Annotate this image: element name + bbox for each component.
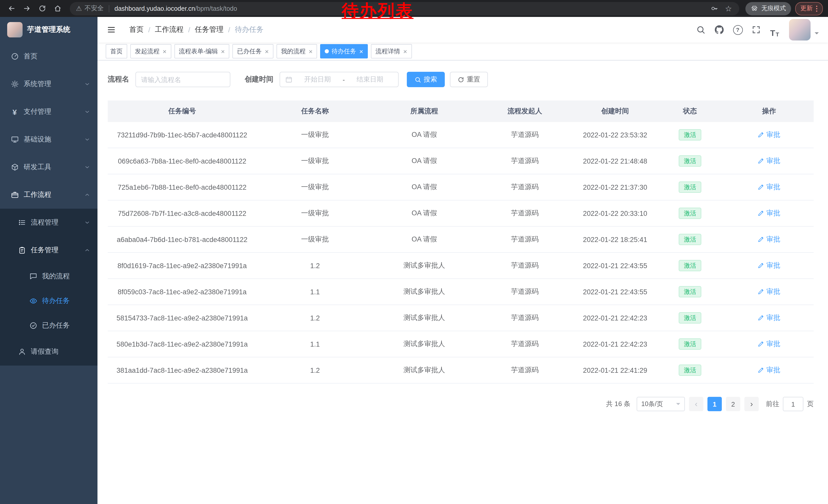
- workflow-submenu: 流程管理 任务管理 我的流程 待办任务: [0, 209, 97, 366]
- close-icon[interactable]: ×: [359, 48, 363, 55]
- created-cell: 2022-01-21 22:43:55: [575, 279, 656, 305]
- created-cell: 2022-01-22 18:25:41: [575, 226, 656, 253]
- sidebar-item-my-process[interactable]: 我的流程: [0, 264, 97, 289]
- tab-my-process[interactable]: 我的流程×: [277, 44, 317, 58]
- tab-start-process[interactable]: 发起流程×: [130, 44, 171, 58]
- browser-home-button[interactable]: [51, 2, 64, 15]
- sidebar-item-infrastructure[interactable]: 基础设施: [0, 126, 97, 153]
- prev-page-button[interactable]: ‹: [689, 397, 703, 411]
- close-icon[interactable]: ×: [309, 48, 313, 55]
- approve-link[interactable]: 审批: [758, 130, 780, 139]
- goto-page-input[interactable]: [783, 397, 803, 411]
- sidebar-item-devtools[interactable]: 研发工具: [0, 153, 97, 181]
- approve-link[interactable]: 审批: [758, 235, 780, 244]
- sidebar-toggle-button[interactable]: [106, 24, 117, 35]
- process-cell: 测试多审批人: [373, 305, 475, 331]
- avatar-caret-icon: [815, 32, 819, 36]
- status-badge: 激活: [679, 260, 701, 271]
- clipboard-icon: [17, 246, 26, 255]
- page-size-select[interactable]: 10条/页: [637, 397, 685, 411]
- user-avatar[interactable]: [789, 19, 811, 41]
- sidebar-item-leave-query[interactable]: 请假查询: [0, 338, 97, 366]
- sidebar-item-workflow[interactable]: 工作流程: [0, 181, 97, 209]
- search-button[interactable]: 搜索: [407, 72, 445, 87]
- chevron-up-icon: [84, 247, 90, 253]
- tab-form-edit[interactable]: 流程表单-编辑×: [174, 44, 229, 58]
- password-key-icon[interactable]: [709, 4, 719, 13]
- created-cell: 2022-01-21 22:41:29: [575, 357, 656, 383]
- close-icon[interactable]: ×: [265, 48, 268, 55]
- app-logo-image: [7, 22, 23, 37]
- user-icon: [17, 348, 26, 356]
- task-id-cell: 069c6a63-7b8a-11ec-8ef0-acde48001122: [108, 148, 256, 174]
- sidebar-item-system[interactable]: 系统管理: [0, 70, 97, 98]
- search-icon[interactable]: [693, 22, 709, 37]
- annotation-overlay: 待办列表: [342, 0, 413, 22]
- approve-link[interactable]: 审批: [758, 183, 780, 192]
- search-icon: [415, 76, 421, 83]
- table-row: 381aa1dd-7ac8-11ec-a9e2-a2380e71991a 1.2…: [108, 357, 814, 383]
- created-cell: 2022-01-22 21:48:48: [575, 148, 656, 174]
- sidebar-item-payment[interactable]: ¥ 支付管理: [0, 98, 97, 126]
- browser-back-button[interactable]: [5, 2, 17, 15]
- help-icon[interactable]: ?: [730, 22, 746, 37]
- process-cell: OA 请假: [373, 148, 475, 174]
- process-name-input[interactable]: [135, 72, 230, 87]
- chevron-down-icon: [84, 220, 90, 226]
- approve-link[interactable]: 审批: [758, 261, 780, 270]
- chevron-down-icon: [84, 164, 90, 170]
- screen: ⚠ 不安全 dashboard.yudao.iocoder.cn/bpm/tas…: [0, 0, 828, 504]
- bookmark-star-icon[interactable]: ☆: [724, 4, 733, 13]
- close-icon[interactable]: ×: [221, 48, 225, 55]
- approve-link[interactable]: 审批: [758, 209, 780, 218]
- browser-reload-button[interactable]: [36, 2, 48, 15]
- update-button[interactable]: 更新: [795, 2, 823, 15]
- list-icon: [17, 218, 26, 227]
- approve-link[interactable]: 审批: [758, 156, 780, 166]
- calendar-icon: [285, 76, 292, 83]
- tab-done-tasks[interactable]: 已办任务×: [233, 44, 273, 58]
- github-icon[interactable]: [711, 22, 728, 37]
- browser-forward-button[interactable]: [20, 2, 33, 15]
- breadcrumb-task-management[interactable]: 任务管理: [195, 25, 224, 34]
- close-icon[interactable]: ×: [163, 48, 166, 55]
- action-cell: 审批: [724, 357, 814, 383]
- goto-label: 前往: [766, 400, 779, 409]
- table-row: 8f059c03-7ac8-11ec-a9e2-a2380e71991a 1.1…: [108, 279, 814, 305]
- breadcrumb-workflow[interactable]: 工作流程: [155, 25, 184, 34]
- sidebar-item-process-management[interactable]: 流程管理: [0, 209, 97, 236]
- status-cell: 激活: [656, 226, 724, 253]
- date-range-picker[interactable]: 开始日期 - 结束日期: [280, 72, 399, 87]
- sidebar-item-task-management[interactable]: 任务管理: [0, 236, 97, 264]
- initiator-cell: 芋道源码: [475, 357, 575, 383]
- close-icon[interactable]: ×: [403, 48, 407, 55]
- status-cell: 激活: [656, 122, 724, 148]
- approve-link[interactable]: 审批: [758, 313, 780, 322]
- approve-link[interactable]: 审批: [758, 287, 780, 296]
- tab-process-detail[interactable]: 流程详情×: [371, 44, 412, 58]
- process-cell: 测试多审批人: [373, 279, 475, 305]
- page-button-2[interactable]: 2: [726, 397, 740, 411]
- column-header-actions: 操作: [724, 100, 814, 122]
- action-cell: 审批: [724, 200, 814, 226]
- approve-link[interactable]: 审批: [758, 339, 780, 349]
- status-cell: 激活: [656, 148, 724, 174]
- process-cell: 测试多审批人: [373, 253, 475, 279]
- reset-button[interactable]: 重置: [450, 72, 488, 87]
- breadcrumb: 首页 / 工作流程 / 任务管理 / 待办任务: [129, 25, 263, 34]
- breadcrumb-home[interactable]: 首页: [129, 25, 143, 34]
- sidebar-item-done-tasks[interactable]: 已办任务: [0, 313, 97, 338]
- check-circle-icon: [29, 321, 37, 330]
- font-size-icon[interactable]: TT: [767, 22, 783, 37]
- tab-todo-tasks[interactable]: 待办任务×: [320, 44, 368, 58]
- next-page-button[interactable]: ›: [744, 397, 759, 411]
- sidebar-item-home[interactable]: 首页: [0, 43, 97, 70]
- tab-home[interactable]: 首页: [106, 44, 127, 58]
- goto-page: 前往 页: [766, 397, 814, 411]
- page-button-1[interactable]: 1: [707, 397, 722, 411]
- pencil-icon: [758, 132, 764, 138]
- approve-link[interactable]: 审批: [758, 366, 780, 375]
- task-name-cell: 一级审批: [256, 200, 373, 226]
- fullscreen-icon[interactable]: [748, 22, 764, 37]
- sidebar-item-todo-tasks[interactable]: 待办任务: [0, 289, 97, 313]
